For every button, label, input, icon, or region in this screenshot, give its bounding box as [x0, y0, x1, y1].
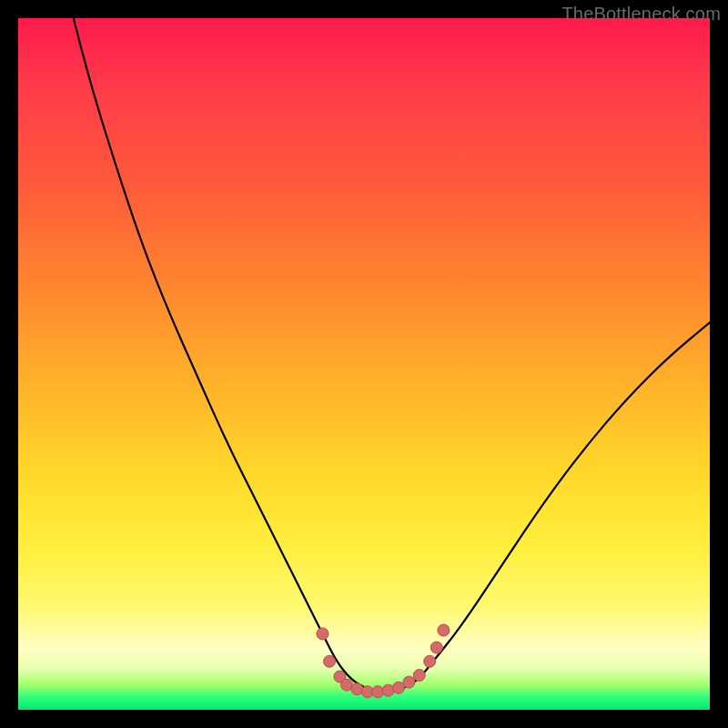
- marker-dot: [372, 686, 384, 698]
- marker-dot: [317, 628, 329, 640]
- marker-dot: [430, 642, 442, 653]
- chart-svg: [18, 18, 710, 710]
- marker-dot: [341, 679, 353, 691]
- bottleneck-curve: [74, 18, 710, 692]
- plot-area: [18, 18, 710, 710]
- marker-dot: [438, 624, 450, 636]
- marker-dot: [334, 671, 346, 682]
- marker-dot: [403, 676, 415, 688]
- watermark-text: TheBottleneck.com: [561, 4, 721, 25]
- marker-dot: [424, 655, 436, 667]
- marker-dot: [393, 682, 405, 693]
- marker-dot: [351, 683, 363, 695]
- marker-dot: [361, 686, 373, 698]
- chart-frame: TheBottleneck.com: [0, 0, 728, 728]
- marker-dot: [382, 684, 394, 696]
- marker-group: [317, 624, 450, 698]
- marker-dot: [324, 655, 336, 667]
- marker-dot: [413, 670, 425, 682]
